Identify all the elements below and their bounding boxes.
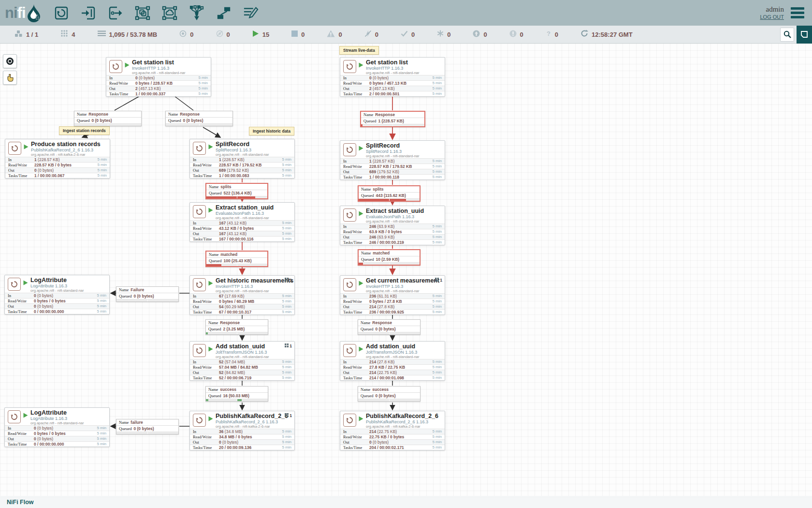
processor-log-attribute-1[interactable]: LogAttributeLogAttribute 1.16.3org.apach…: [4, 275, 110, 314]
connection-response-right-top[interactable]: NameResponseQueued1 (228.57 KB): [360, 111, 425, 127]
processor-name: SplitRecord: [216, 139, 294, 148]
stat-value: 0 (0 bytes): [34, 293, 93, 298]
processor-publish-kafka-record-1[interactable]: PublishKafkaRecord_2_6PublishKafkaRecord…: [189, 411, 295, 450]
side-panel-button[interactable]: [797, 26, 812, 44]
threads-grid-icon: [285, 344, 289, 348]
locally-modified-icon: [437, 30, 444, 39]
funnel-icon[interactable]: [189, 5, 204, 21]
backpressure-bar: [116, 432, 178, 434]
connection-success-right[interactable]: NamesuccessQueued0 (0 bytes): [358, 386, 420, 402]
status-item-active-threads-grid: 4: [60, 30, 75, 39]
processor-get-station-list-2[interactable]: Get station listInvokeHTTP 1.16.3org.apa…: [340, 57, 445, 97]
active-threads-badge: 1: [285, 344, 292, 348]
flow-canvas[interactable]: Ingest station recordsIngest historic da…: [0, 44, 812, 508]
connection-name: Response: [375, 112, 395, 118]
logout-link[interactable]: LOG OUT: [760, 14, 784, 21]
stat-window: 5 min: [278, 429, 291, 434]
connection-splits-mid[interactable]: NamesplitsQueued522 (136.4 KB): [205, 183, 268, 199]
processor-get-station-list-1[interactable]: Get station listInvokeHTTP 1.16.3org.apa…: [106, 57, 211, 97]
stat-window: 5 min: [428, 365, 442, 370]
processor-icon[interactable]: [54, 5, 69, 21]
stat-label: Tasks/Time: [8, 442, 34, 447]
connection-name-key: Name: [209, 252, 218, 257]
processor-add-station-uuid-2[interactable]: Add station_uuidJoltTransformJSON 1.16.3…: [340, 341, 445, 381]
global-menu-button[interactable]: [791, 5, 804, 20]
processor-produce-station-records[interactable]: Produce station recordsPublishKafkaRecor…: [5, 139, 110, 179]
connection-failure-bottom[interactable]: NamefailureQueued0 (0 bytes): [116, 419, 179, 434]
navigate-palette-button[interactable]: [3, 54, 17, 68]
connection-response-left[interactable]: NameResponseQueued0 (0 bytes): [74, 111, 142, 126]
processor-bundle: org.apache.nifi - nifi-standard-nar: [366, 355, 445, 359]
processor-log-attribute-2[interactable]: LogAttributeLogAttribute 1.16.3org.apach…: [4, 407, 110, 447]
stat-value: 1 / 00:00:00.337: [135, 91, 194, 96]
refresh-icon[interactable]: [580, 30, 588, 39]
canvas-label-stream-live-data[interactable]: Stream live-data: [339, 46, 379, 55]
connection-queued-key: Queued: [119, 293, 131, 299]
stat-row-out: Out0 (0 bytes)5 min: [340, 439, 445, 445]
processor-publish-kafka-record-2[interactable]: PublishKafkaRecord_2_6PublishKafkaRecord…: [340, 411, 445, 450]
stat-row-out: Out246 (63.9 KB)5 min: [340, 234, 445, 239]
processor-type: PublishKafkaRecord_2_6 1.16.3: [31, 148, 110, 152]
canvas-label-ingest-station-records[interactable]: Ingest station records: [59, 126, 110, 135]
connection-name: Failure: [130, 287, 144, 293]
input-port-icon[interactable]: [81, 5, 96, 21]
processor-type: PublishKafkaRecord_2_6 1.16.3: [216, 419, 294, 424]
stat-window: 5 min: [428, 304, 442, 309]
connection-response-mid-2[interactable]: NameResponseQueued2 (3.25 MB): [205, 319, 268, 335]
stat-label: Tasks/Time: [109, 91, 135, 96]
connection-name-key: Name: [168, 111, 178, 117]
status-item-stale: 0: [473, 30, 487, 39]
processor-type-icon: [193, 344, 206, 357]
processor-bundle: org.apache.nifi - nifi-standard-nar: [132, 71, 211, 75]
stat-row-out: Out167 (43.12 KB)5 min: [190, 231, 294, 236]
processor-split-record-1[interactable]: SplitRecordSplitRecord 1.16.3org.apache.…: [189, 139, 295, 179]
stat-window: 5 min: [278, 434, 291, 439]
stat-row-tasks_time: Tasks/Time1 / 00:00:00.0675 min: [5, 173, 110, 178]
stat-window: 5 min: [278, 310, 291, 314]
connection-response-right-2[interactable]: NameResponseQueued0 (0 bytes): [358, 319, 420, 335]
stat-row-out: Out52 (84.82 MB)5 min: [190, 370, 294, 375]
connection-queued-key: Queued: [209, 190, 221, 196]
backpressure-bar: [206, 196, 267, 198]
stat-window: 5 min: [93, 442, 106, 447]
running-status-icon: [208, 279, 213, 288]
processor-add-station-uuid-1[interactable]: Add station_uuidJoltTransformJSON 1.16.3…: [189, 341, 295, 381]
connection-response-mid[interactable]: NameResponseQueued0 (0 bytes): [165, 111, 233, 126]
processor-name: Get station list: [132, 58, 211, 66]
processor-header: PublishKafkaRecord_2_6PublishKafkaRecord…: [340, 411, 445, 429]
connection-queued-key: Queued: [361, 393, 373, 399]
connection-success-mid[interactable]: NamesuccessQueued16 (50.03 MB): [205, 386, 268, 402]
output-port-icon[interactable]: [108, 5, 123, 21]
connection-edge: [174, 96, 193, 110]
stat-window: 5 min: [194, 86, 208, 91]
template-icon[interactable]: [216, 5, 232, 21]
status-value: 0: [227, 31, 230, 38]
processor-split-record-2[interactable]: SplitRecordSplitRecord 1.16.3org.apache.…: [340, 140, 445, 180]
remote-process-group-icon[interactable]: [162, 5, 177, 21]
processor-get-historic-measurements[interactable]: Get historic measurementsInvokeHTTP 1.16…: [189, 275, 295, 315]
operate-palette-button[interactable]: [3, 71, 17, 85]
stat-window: 5 min: [278, 231, 291, 236]
stat-value: 0 (0 bytes): [34, 426, 93, 431]
processor-bundle: org.apache.nifi - nifi-standard-nar: [366, 289, 445, 293]
label-icon[interactable]: [243, 5, 259, 21]
stat-row-out: Out2 (457.13 KB)5 min: [106, 86, 211, 91]
canvas-label-ingest-historic-data[interactable]: Ingest historic data: [249, 127, 294, 135]
active-threads-badge: 1: [285, 413, 292, 418]
status-item-running: 15: [252, 30, 269, 39]
connection-matched-right[interactable]: NamematchedQueued10 (2.59 KB): [358, 249, 420, 266]
connection-queued-key: Queued: [361, 326, 373, 332]
connection-splits-right[interactable]: NamesplitsQueued443 (115.62 KB): [358, 185, 420, 202]
status-value: 0: [555, 31, 558, 38]
connection-name-key: Name: [361, 186, 371, 192]
processor-extract-station-uuid-2[interactable]: Extract station_uuidEvaluateJsonPath 1.1…: [340, 206, 445, 245]
stat-value: 52 / 00:00:06.719: [219, 375, 278, 380]
processor-get-current-measurement[interactable]: Get current measurementInvokeHTTP 1.16.3…: [340, 275, 445, 315]
search-button[interactable]: [780, 28, 794, 42]
stat-value: 236 / 00:00:09.925: [369, 310, 428, 314]
processor-extract-station-uuid-1[interactable]: Extract station_uuidEvaluateJsonPath 1.1…: [189, 202, 295, 242]
breadcrumb[interactable]: NiFi Flow: [7, 499, 34, 506]
connection-matched-mid[interactable]: NamematchedQueued100 (25.43 KB): [205, 251, 268, 267]
process-group-icon[interactable]: [135, 5, 150, 21]
connection-failure-top[interactable]: NameFailureQueued0 (0 bytes): [116, 286, 179, 302]
